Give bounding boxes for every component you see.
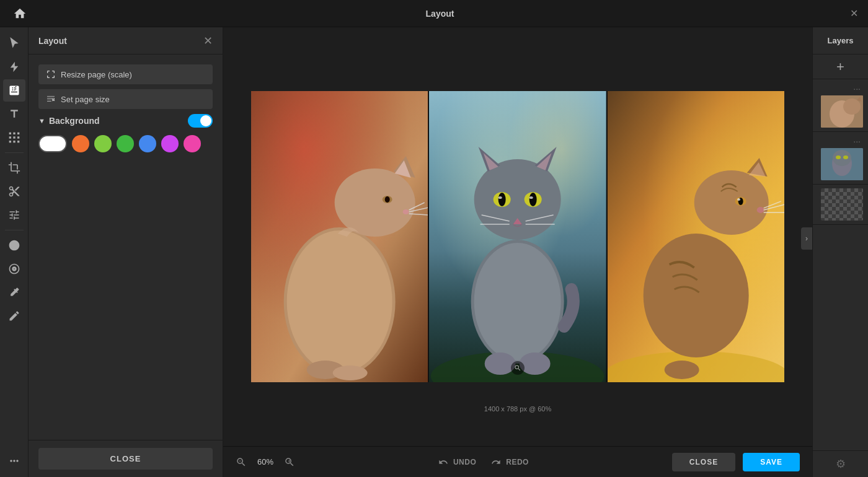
svg-point-40 [529, 196, 533, 199]
undo-button[interactable]: UNDO [438, 457, 476, 467]
tool-separator-1 [5, 152, 24, 153]
close-bottom-button[interactable]: CLOSE [672, 453, 735, 471]
tool-scissors[interactable] [3, 180, 25, 203]
layers-title: Layers [828, 36, 854, 45]
canvas-col-2 [428, 91, 606, 382]
panel-content: Resize page (scale) Set page size ▼ Back… [29, 55, 223, 440]
tool-dropper[interactable] [3, 281, 25, 304]
canvas-container: 1400 x 788 px @ 60% [223, 27, 812, 446]
resize-page-label: Resize page (scale) [61, 70, 132, 79]
top-bar: Layout ✕ [0, 0, 868, 27]
bottom-right-buttons: CLOSE SAVE [672, 453, 800, 471]
layer-item-1[interactable]: ··· [813, 79, 868, 132]
panel-close-button[interactable]: ✕ [203, 34, 213, 48]
svg-point-37 [498, 193, 506, 206]
panel-header: Layout ✕ [29, 27, 223, 55]
redo-label: REDO [506, 458, 529, 466]
home-icon[interactable] [10, 0, 30, 27]
background-label: Background [49, 116, 100, 126]
tool-adjust[interactable] [3, 204, 25, 226]
svg-point-46 [485, 352, 516, 375]
svg-rect-7 [13, 141, 15, 142]
layers-panel: Layers + ··· ··· [812, 27, 868, 477]
svg-point-17 [385, 196, 390, 203]
svg-point-57 [737, 198, 740, 201]
tool-flash[interactable] [3, 56, 25, 78]
zoom-controls: 60% [236, 457, 295, 468]
bottom-bar: 60% UNDO REDO CLOSE SAVE [223, 446, 812, 477]
svg-point-39 [498, 196, 502, 199]
color-swatch-purple[interactable] [161, 135, 179, 152]
svg-rect-4 [13, 136, 15, 138]
svg-point-30 [474, 159, 561, 240]
settings-button[interactable]: ⚙ [836, 457, 846, 471]
zoom-in-button[interactable] [284, 457, 295, 468]
color-swatches [38, 135, 213, 152]
undo-label: UNDO [453, 458, 476, 466]
set-page-size-button[interactable]: Set page size [38, 89, 213, 109]
svg-point-23 [333, 365, 368, 380]
layers-add-row: + [813, 55, 868, 79]
color-swatch-white[interactable] [38, 135, 67, 152]
zoom-value: 60% [254, 457, 277, 466]
layer-3-thumbnail [821, 188, 863, 221]
color-swatch-orange[interactable] [72, 135, 89, 152]
layer-2-more-button[interactable]: ··· [851, 136, 863, 147]
svg-point-58 [756, 207, 764, 213]
zoom-out-button[interactable] [236, 457, 247, 468]
svg-point-52 [694, 170, 768, 235]
tool-select[interactable] [3, 32, 25, 55]
right-panel-collapse-arrow[interactable]: › [801, 227, 812, 250]
canvas-frame [251, 91, 784, 382]
history-controls: UNDO REDO [438, 457, 529, 467]
svg-point-65 [843, 98, 861, 115]
canvas-col-3 [606, 91, 784, 382]
canvas-area: 1400 x 788 px @ 60% 60% UNDO [223, 27, 812, 477]
redo-button[interactable]: REDO [491, 457, 529, 467]
left-toolbar [0, 27, 29, 477]
color-swatch-green-light[interactable] [94, 135, 112, 152]
main-layout: Layout ✕ Resize page (scale) Set page si… [0, 27, 868, 477]
background-toggle[interactable] [188, 114, 213, 128]
cat-image-1 [251, 91, 428, 382]
svg-point-47 [520, 352, 551, 375]
canvas-info: 1400 x 788 px @ 60% [484, 405, 551, 413]
layer-1-more-button[interactable]: ··· [851, 83, 863, 94]
color-swatch-green[interactable] [117, 135, 134, 152]
panel-title-area: Layout [426, 9, 454, 19]
tool-text[interactable] [3, 103, 25, 125]
svg-rect-6 [9, 141, 11, 142]
resize-page-button[interactable]: Resize page (scale) [38, 64, 213, 84]
background-section: ▼ Background [38, 114, 213, 152]
svg-point-12 [287, 230, 392, 373]
tool-pattern[interactable] [3, 126, 25, 149]
close-left-panel-button[interactable]: CLOSE [38, 448, 213, 470]
top-bar-close-button[interactable]: ✕ [850, 9, 858, 19]
set-size-icon [46, 94, 56, 104]
add-layer-button[interactable]: + [836, 59, 844, 75]
tool-crop[interactable] [3, 157, 25, 179]
svg-rect-0 [9, 133, 11, 134]
resize-icon [46, 69, 56, 79]
tool-more[interactable] [3, 450, 25, 472]
tool-pen[interactable] [3, 305, 25, 327]
save-button[interactable]: SAVE [743, 453, 800, 471]
layer-item-2[interactable]: ··· [813, 132, 868, 185]
color-swatch-pink[interactable] [184, 135, 201, 152]
layer-item-3[interactable] [813, 185, 868, 225]
layer-2-thumbnail [821, 148, 863, 180]
svg-rect-5 [17, 136, 19, 138]
left-panel: Layout ✕ Resize page (scale) Set page si… [29, 27, 223, 477]
svg-point-29 [474, 243, 561, 361]
cat-image-2 [429, 91, 606, 382]
panel-title: Layout [38, 36, 67, 46]
tool-circle-half[interactable] [3, 234, 25, 256]
svg-point-18 [403, 209, 409, 214]
svg-point-51 [643, 234, 748, 357]
tool-spiral[interactable] [3, 258, 25, 280]
svg-point-13 [335, 168, 415, 237]
color-swatch-blue[interactable] [139, 135, 156, 152]
tool-layers[interactable] [3, 79, 25, 102]
tool-separator-2 [5, 230, 24, 230]
chevron-icon: ▼ [38, 117, 45, 125]
